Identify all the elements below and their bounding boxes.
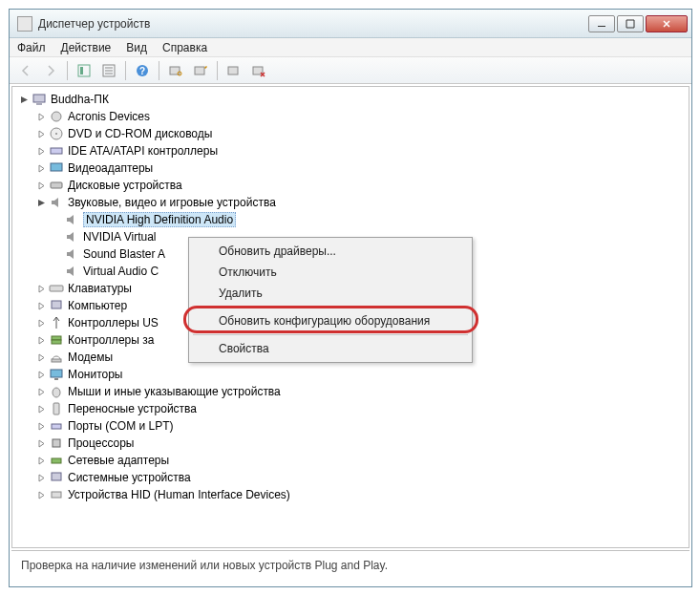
svg-rect-27	[52, 424, 61, 429]
svg-rect-8	[228, 67, 238, 74]
expander-icon[interactable]	[35, 334, 47, 346]
tree-item[interactable]: Порты (COM и LPT)	[14, 417, 687, 435]
expander-icon[interactable]	[35, 455, 47, 466]
tree-item[interactable]: Мыши и иные указывающие устройства	[14, 383, 687, 400]
svg-rect-31	[52, 492, 61, 498]
expander-icon[interactable]	[35, 386, 47, 397]
tree-item[interactable]: Переносные устройства	[14, 400, 687, 417]
expander-icon[interactable]	[35, 351, 47, 363]
tree-label: Контроллеры за	[68, 333, 154, 347]
tree-label: Устройства HID (Human Interface Devices)	[68, 488, 290, 501]
titlebar[interactable]: Диспетчер устройств	[10, 10, 691, 38]
menu-separator	[193, 307, 468, 308]
menu-properties[interactable]: Свойства	[192, 338, 469, 359]
expander-icon[interactable]	[35, 420, 47, 432]
tree-item[interactable]: Устройства HID (Human Interface Devices)	[14, 486, 687, 503]
expander-icon[interactable]	[35, 403, 47, 414]
tree-item[interactable]: Системные устройства	[14, 469, 687, 486]
svg-rect-11	[36, 103, 42, 105]
display-icon	[49, 160, 64, 176]
tree-item[interactable]: Мониторы	[14, 366, 687, 383]
expander-icon[interactable]	[35, 197, 47, 208]
tree-label: Sound Blaster A	[83, 247, 165, 261]
sound-icon	[49, 195, 64, 210]
toolbar: ?	[10, 57, 691, 84]
menu-action[interactable]: Действие	[61, 41, 112, 54]
svg-rect-17	[51, 182, 62, 188]
show-hide-tree-button[interactable]	[74, 60, 95, 81]
keyboard-icon	[49, 281, 64, 296]
menu-delete[interactable]: Удалить	[192, 283, 469, 304]
expander-icon[interactable]	[35, 300, 47, 311]
network-icon	[49, 453, 64, 468]
tree-item[interactable]: Дисковые устройства	[14, 177, 687, 194]
tree-label: NVIDIA Virtual	[83, 230, 156, 244]
svg-rect-21	[52, 340, 61, 344]
scan-hardware-button[interactable]	[165, 60, 186, 81]
tree-item[interactable]: Acronis Devices	[14, 108, 687, 125]
portable-icon	[49, 401, 64, 416]
expander-icon[interactable]	[35, 369, 47, 380]
tree-item[interactable]: Процессоры	[14, 435, 687, 452]
expander-icon[interactable]	[35, 145, 47, 157]
statusbar: Проверка на наличие изменений или новых …	[11, 550, 689, 584]
svg-text:?: ?	[139, 66, 145, 76]
svg-rect-24	[54, 378, 58, 380]
tree-label: Мыши и иные указывающие устройства	[68, 385, 281, 398]
tree-item[interactable]: DVD и CD-ROM дисководы	[14, 125, 687, 142]
tree-item[interactable]: Звуковые, видео и игровые устройства	[14, 194, 687, 211]
tree-label: Процессоры	[68, 436, 135, 450]
expander-icon[interactable]	[18, 94, 30, 105]
usb-icon	[49, 315, 64, 330]
sound-icon	[64, 212, 79, 227]
storage-icon	[49, 332, 64, 348]
tree-root[interactable]: Buddha-ПК	[14, 91, 687, 108]
tree-item[interactable]: Видеоадаптеры	[14, 159, 687, 177]
sound-icon	[64, 229, 79, 244]
svg-rect-28	[53, 439, 60, 447]
expander-icon[interactable]	[35, 180, 47, 191]
menu-file[interactable]: Файл	[17, 41, 46, 54]
uninstall-button[interactable]	[223, 60, 244, 81]
minimize-button[interactable]	[588, 15, 615, 32]
tree-label: Переносные устройства	[68, 402, 197, 415]
tree-label: Buddha-ПК	[51, 93, 109, 106]
back-button[interactable]	[15, 60, 36, 81]
svg-rect-18	[50, 286, 63, 291]
app-icon	[17, 16, 32, 32]
tree-label: Сетевые адаптеры	[68, 454, 169, 467]
help-button[interactable]: ?	[132, 60, 153, 81]
expander-icon[interactable]	[35, 111, 47, 122]
dvd-icon	[49, 126, 64, 141]
tree-label: Модемы	[68, 351, 113, 364]
expander-icon[interactable]	[35, 472, 47, 483]
maximize-button[interactable]	[617, 15, 644, 32]
menu-view[interactable]: Вид	[126, 41, 147, 54]
menu-help[interactable]: Справка	[162, 41, 207, 54]
disable-button[interactable]	[248, 60, 269, 81]
tree-item[interactable]: NVIDIA High Definition Audio	[14, 211, 687, 228]
device-icon	[49, 109, 64, 124]
expander-icon[interactable]	[35, 162, 47, 174]
status-text: Проверка на наличие изменений или новых …	[21, 559, 388, 572]
properties-button[interactable]	[98, 60, 119, 81]
svg-rect-1	[80, 67, 83, 74]
expander-icon[interactable]	[35, 437, 47, 449]
update-driver-button[interactable]	[190, 60, 211, 81]
mouse-icon	[49, 384, 64, 399]
expander-icon[interactable]	[35, 317, 47, 329]
close-button[interactable]	[646, 15, 688, 32]
expander-icon[interactable]	[35, 489, 47, 500]
svg-rect-15	[51, 148, 62, 154]
menu-update-drivers[interactable]: Обновить драйверы...	[192, 241, 469, 262]
expander-icon[interactable]	[35, 128, 47, 139]
tree-item[interactable]: IDE ATA/ATAPI контроллеры	[14, 142, 687, 159]
forward-button[interactable]	[40, 60, 61, 81]
tree-item[interactable]: Сетевые адаптеры	[14, 452, 687, 469]
menu-scan-hardware[interactable]: Обновить конфигурацию оборудования	[192, 310, 469, 331]
svg-point-12	[52, 112, 61, 121]
menu-disable[interactable]: Отключить	[192, 262, 469, 283]
tree-label: Компьютер	[68, 299, 127, 312]
expander-icon[interactable]	[35, 283, 47, 294]
system-icon	[49, 470, 64, 485]
